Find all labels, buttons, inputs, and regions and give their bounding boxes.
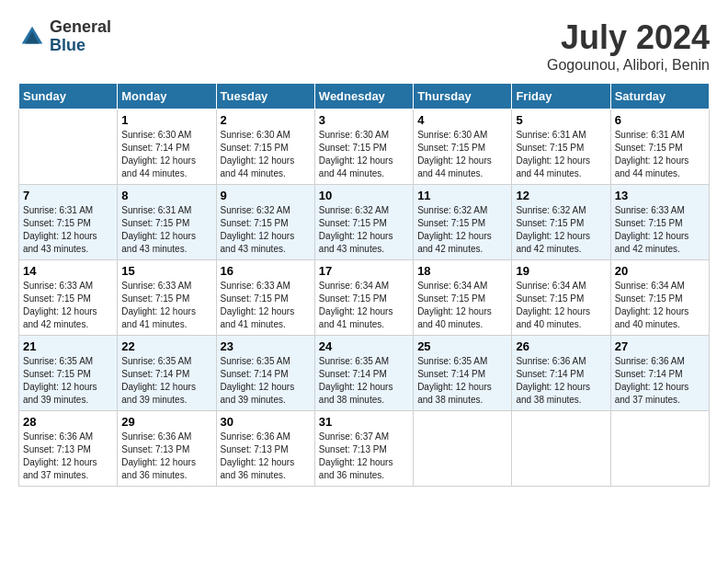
calendar-week-row: 28Sunrise: 6:36 AMSunset: 7:13 PMDayligh…: [19, 411, 710, 487]
day-info: Sunrise: 6:35 AMSunset: 7:14 PMDaylight:…: [417, 355, 507, 407]
calendar-cell: 20Sunrise: 6:34 AMSunset: 7:15 PMDayligh…: [610, 260, 709, 336]
day-number: 9: [221, 189, 311, 202]
logo-general-label: General: [50, 18, 111, 37]
day-number: 8: [121, 189, 211, 202]
calendar-cell: 12Sunrise: 6:32 AMSunset: 7:15 PMDayligh…: [512, 185, 610, 260]
calendar-cell: 31Sunrise: 6:37 AMSunset: 7:13 PMDayligh…: [314, 411, 413, 487]
day-info: Sunrise: 6:30 AMSunset: 7:14 PMDaylight:…: [121, 129, 211, 180]
calendar-cell: 14Sunrise: 6:33 AMSunset: 7:15 PMDayligh…: [19, 260, 118, 336]
day-info: Sunrise: 6:32 AMSunset: 7:15 PMDaylight:…: [319, 204, 409, 256]
calendar-cell: [610, 411, 709, 487]
day-info: Sunrise: 6:32 AMSunset: 7:15 PMDaylight:…: [516, 204, 606, 256]
weekday-header-row: SundayMondayTuesdayWednesdayThursdayFrid…: [19, 84, 710, 109]
calendar-cell: 11Sunrise: 6:32 AMSunset: 7:15 PMDayligh…: [414, 185, 512, 260]
logo-icon: [18, 23, 46, 51]
day-info: Sunrise: 6:35 AMSunset: 7:14 PMDaylight:…: [319, 355, 409, 407]
day-info: Sunrise: 6:33 AMSunset: 7:15 PMDaylight:…: [121, 280, 211, 331]
day-info: Sunrise: 6:36 AMSunset: 7:13 PMDaylight:…: [221, 431, 311, 482]
calendar-cell: 30Sunrise: 6:36 AMSunset: 7:13 PMDayligh…: [216, 411, 314, 487]
calendar-cell: 10Sunrise: 6:32 AMSunset: 7:15 PMDayligh…: [314, 185, 413, 260]
calendar-cell: 15Sunrise: 6:33 AMSunset: 7:15 PMDayligh…: [118, 260, 216, 336]
day-number: 1: [121, 113, 211, 127]
day-number: 5: [516, 113, 606, 127]
day-number: 26: [516, 339, 606, 353]
logo-text: General Blue: [50, 18, 111, 55]
day-number: 19: [516, 264, 606, 278]
day-info: Sunrise: 6:35 AMSunset: 7:14 PMDaylight:…: [221, 355, 311, 407]
weekday-header-tuesday: Tuesday: [216, 84, 314, 109]
calendar-cell: 13Sunrise: 6:33 AMSunset: 7:15 PMDayligh…: [610, 185, 709, 260]
day-number: 20: [615, 264, 705, 278]
day-info: Sunrise: 6:34 AMSunset: 7:15 PMDaylight:…: [417, 280, 507, 331]
weekday-header-friday: Friday: [512, 84, 610, 109]
day-info: Sunrise: 6:32 AMSunset: 7:15 PMDaylight:…: [221, 204, 311, 256]
day-info: Sunrise: 6:36 AMSunset: 7:13 PMDaylight:…: [121, 431, 211, 482]
location-label: Gogounou, Alibori, Benin: [547, 57, 710, 74]
day-info: Sunrise: 6:36 AMSunset: 7:14 PMDaylight:…: [516, 355, 606, 407]
day-info: Sunrise: 6:31 AMSunset: 7:15 PMDaylight:…: [516, 129, 606, 180]
day-number: 25: [417, 339, 507, 353]
calendar-cell: 5Sunrise: 6:31 AMSunset: 7:15 PMDaylight…: [512, 109, 610, 185]
calendar-cell: 22Sunrise: 6:35 AMSunset: 7:14 PMDayligh…: [118, 336, 216, 411]
day-number: 14: [23, 264, 113, 278]
day-info: Sunrise: 6:33 AMSunset: 7:15 PMDaylight:…: [615, 204, 705, 256]
calendar-week-row: 14Sunrise: 6:33 AMSunset: 7:15 PMDayligh…: [19, 260, 710, 336]
day-number: 30: [221, 415, 311, 429]
day-info: Sunrise: 6:31 AMSunset: 7:15 PMDaylight:…: [121, 204, 211, 256]
day-info: Sunrise: 6:32 AMSunset: 7:15 PMDaylight:…: [417, 204, 507, 256]
calendar-header: SundayMondayTuesdayWednesdayThursdayFrid…: [19, 84, 710, 109]
calendar-cell: 9Sunrise: 6:32 AMSunset: 7:15 PMDaylight…: [216, 185, 314, 260]
calendar-cell: 4Sunrise: 6:30 AMSunset: 7:15 PMDaylight…: [414, 109, 512, 185]
calendar-cell: 16Sunrise: 6:33 AMSunset: 7:15 PMDayligh…: [216, 260, 314, 336]
calendar-cell: 1Sunrise: 6:30 AMSunset: 7:14 PMDaylight…: [118, 109, 216, 185]
day-info: Sunrise: 6:35 AMSunset: 7:15 PMDaylight:…: [23, 355, 113, 407]
day-number: 12: [516, 189, 606, 202]
day-info: Sunrise: 6:31 AMSunset: 7:15 PMDaylight:…: [23, 204, 113, 256]
day-number: 28: [23, 415, 113, 429]
title-section: July 2024 Gogounou, Alibori, Benin: [547, 18, 710, 74]
day-number: 18: [417, 264, 507, 278]
calendar-table: SundayMondayTuesdayWednesdayThursdayFrid…: [18, 83, 710, 487]
calendar-week-row: 21Sunrise: 6:35 AMSunset: 7:15 PMDayligh…: [19, 336, 710, 411]
day-number: 16: [221, 264, 311, 278]
calendar-cell: 24Sunrise: 6:35 AMSunset: 7:14 PMDayligh…: [314, 336, 413, 411]
day-number: 31: [319, 415, 409, 429]
day-number: 11: [417, 189, 507, 202]
weekday-header-sunday: Sunday: [19, 84, 118, 109]
calendar-cell: [19, 109, 118, 185]
day-number: 29: [121, 415, 211, 429]
calendar-cell: 28Sunrise: 6:36 AMSunset: 7:13 PMDayligh…: [19, 411, 118, 487]
day-info: Sunrise: 6:33 AMSunset: 7:15 PMDaylight:…: [221, 280, 311, 331]
day-info: Sunrise: 6:36 AMSunset: 7:13 PMDaylight:…: [23, 431, 113, 482]
day-number: 4: [417, 113, 507, 127]
day-number: 2: [221, 113, 311, 127]
month-year-title: July 2024: [547, 18, 710, 57]
day-info: Sunrise: 6:36 AMSunset: 7:14 PMDaylight:…: [615, 355, 705, 407]
day-info: Sunrise: 6:33 AMSunset: 7:15 PMDaylight:…: [23, 280, 113, 331]
day-info: Sunrise: 6:30 AMSunset: 7:15 PMDaylight:…: [417, 129, 507, 180]
calendar-cell: 25Sunrise: 6:35 AMSunset: 7:14 PMDayligh…: [414, 336, 512, 411]
calendar-cell: 26Sunrise: 6:36 AMSunset: 7:14 PMDayligh…: [512, 336, 610, 411]
calendar-cell: 23Sunrise: 6:35 AMSunset: 7:14 PMDayligh…: [216, 336, 314, 411]
calendar-cell: [414, 411, 512, 487]
day-number: 10: [319, 189, 409, 202]
day-number: 22: [121, 339, 211, 353]
day-info: Sunrise: 6:35 AMSunset: 7:14 PMDaylight:…: [121, 355, 211, 407]
day-info: Sunrise: 6:34 AMSunset: 7:15 PMDaylight:…: [319, 280, 409, 331]
day-number: 6: [615, 113, 705, 127]
weekday-header-monday: Monday: [118, 84, 216, 109]
calendar-cell: 3Sunrise: 6:30 AMSunset: 7:15 PMDaylight…: [314, 109, 413, 185]
weekday-header-wednesday: Wednesday: [314, 84, 413, 109]
calendar-cell: 27Sunrise: 6:36 AMSunset: 7:14 PMDayligh…: [610, 336, 709, 411]
calendar-cell: 2Sunrise: 6:30 AMSunset: 7:15 PMDaylight…: [216, 109, 314, 185]
calendar-cell: 17Sunrise: 6:34 AMSunset: 7:15 PMDayligh…: [314, 260, 413, 336]
calendar-body: 1Sunrise: 6:30 AMSunset: 7:14 PMDaylight…: [19, 109, 710, 487]
calendar-week-row: 7Sunrise: 6:31 AMSunset: 7:15 PMDaylight…: [19, 185, 710, 260]
page-header: General Blue July 2024 Gogounou, Alibori…: [18, 18, 710, 74]
calendar-cell: 18Sunrise: 6:34 AMSunset: 7:15 PMDayligh…: [414, 260, 512, 336]
calendar-cell: 21Sunrise: 6:35 AMSunset: 7:15 PMDayligh…: [19, 336, 118, 411]
day-info: Sunrise: 6:34 AMSunset: 7:15 PMDaylight:…: [516, 280, 606, 331]
day-info: Sunrise: 6:30 AMSunset: 7:15 PMDaylight:…: [221, 129, 311, 180]
day-info: Sunrise: 6:34 AMSunset: 7:15 PMDaylight:…: [615, 280, 705, 331]
day-number: 7: [23, 189, 113, 202]
